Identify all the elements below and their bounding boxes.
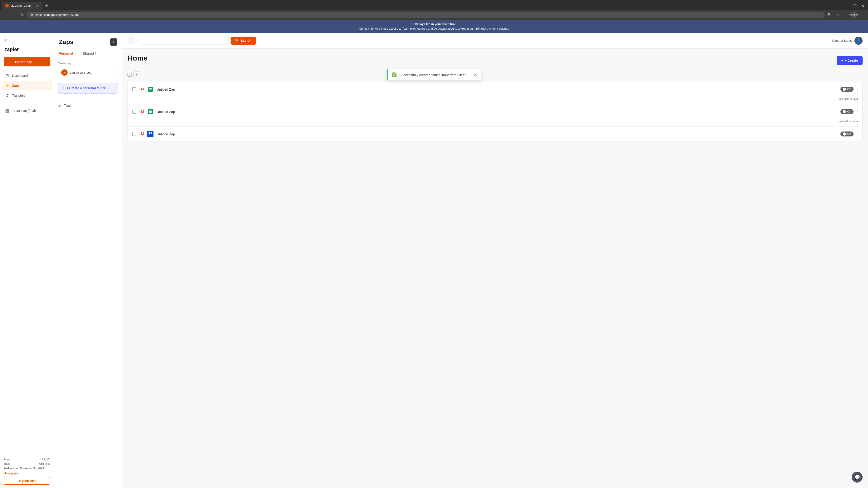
trash-item[interactable]: 🗑 Trash (54, 101, 122, 110)
transfers-label: Transfers (12, 94, 26, 97)
active-tab[interactable]: My Zaps | Zapier ✕ (2, 2, 42, 10)
create-btn-icon: + (841, 59, 843, 62)
manage-plan-link[interactable]: Manage plan (4, 472, 51, 475)
sidebar-close-btn[interactable]: ✕ (4, 37, 7, 43)
zap-card-2: M Untitled Zap Off › (127, 104, 863, 127)
zaps-count-value: Unlimited (39, 462, 51, 465)
search-input[interactable] (137, 37, 228, 44)
dashboard-label: Dashboard (12, 74, 28, 77)
create-folder-label: + Create a personal folder (66, 86, 105, 90)
owned-by-label: Owned by (54, 58, 122, 67)
zap-expand-btn-3[interactable]: › (857, 132, 858, 136)
zap-card-1: M Untitled Zap Off › (127, 82, 863, 104)
back-btn[interactable]: ← (3, 11, 9, 18)
toggle-2[interactable]: Off (840, 109, 853, 114)
support-chat-btn[interactable]: 💬 (852, 472, 863, 483)
user-avatar: LD (61, 69, 68, 76)
sidebar-footer: Tasks 0 / 1,000 Zaps Unlimited Trial end… (0, 455, 54, 487)
zaps-stat-row: Zaps Unlimited (4, 462, 51, 465)
reload-btn[interactable]: ↻ (19, 11, 25, 18)
sidebar-item-transfers[interactable]: ↺ Transfers (2, 91, 52, 100)
create-folder-btn[interactable]: + + Create a personal folder (58, 83, 118, 94)
create-zap-btn[interactable]: + + Create Zap (4, 57, 51, 66)
zap-expand-btn-2[interactable]: › (857, 109, 858, 113)
toast-message: Successfully created folder "Important F… (399, 73, 466, 77)
search-btn[interactable]: 🔍 Search (230, 37, 256, 45)
incognito-indicator[interactable]: Incognito (851, 11, 857, 18)
incognito-label: Incognito (849, 13, 859, 16)
last-edit-1: Last edit: 1d ago (128, 96, 862, 104)
zap-checkbox-1[interactable] (132, 87, 136, 91)
tasks-value: 0 / 1,000 (40, 458, 51, 461)
app-body: ✅ Successfully created folder "Important… (0, 33, 868, 488)
breadcrumb-chevron-btn[interactable]: › (127, 37, 135, 44)
zap-row-3: M Untitled Zap Off › (128, 127, 862, 141)
new-tab-btn[interactable]: + (43, 2, 50, 9)
trash-icon: 🗑 (59, 104, 62, 107)
svg-text:zapier: zapier (4, 46, 19, 52)
trello-icon-3 (147, 131, 153, 137)
user-selector[interactable]: LD Lauren Deli (you) (58, 67, 118, 78)
zap-checkbox-3[interactable] (132, 132, 136, 136)
content-area: Home + + Create ▾ (122, 48, 868, 488)
select-all-checkbox[interactable] (127, 73, 131, 77)
svg-rect-9 (149, 132, 150, 135)
create-btn[interactable]: + + Create (837, 56, 863, 65)
sidebar-divider (4, 103, 51, 103)
trial-end-text: Trial ends on November 30, 2023 (4, 467, 51, 470)
toggle-circle-1 (843, 88, 846, 91)
topbar-left: › 🔍 Search (127, 37, 256, 45)
sidebar-item-zaps[interactable]: ⚡ Zaps (2, 81, 52, 90)
close-btn[interactable]: ✕ (859, 3, 866, 9)
restore-btn[interactable]: ❐ (851, 3, 859, 9)
panel-title: Zaps (59, 38, 73, 46)
toggle-circle-3 (843, 132, 846, 135)
user-menu-btn[interactable]: 👤 (855, 37, 863, 45)
url-text: zapier.com/app/zaps#hl=1902481 (35, 13, 80, 17)
trial-days-text: 13 days left in your Team trial (414, 22, 456, 26)
svg-rect-8 (149, 112, 152, 113)
shared-info-icon: ℹ (95, 52, 96, 55)
toggle-3[interactable]: Off (840, 131, 853, 136)
zaps-label: Zaps (12, 84, 20, 88)
toggle-1[interactable]: Off (840, 87, 853, 92)
tasks-stat-row: Tasks 0 / 1,000 (4, 458, 51, 461)
panel-header: Zaps + (54, 33, 122, 49)
topbar-right: Contact Sales 👤 (832, 37, 863, 45)
last-edit-2: Last edit: 1d ago (128, 119, 862, 127)
zaps-icon: ⚡ (4, 83, 9, 88)
sidebar-item-dashboard[interactable]: ⊞ Dashboard (2, 71, 52, 80)
gmail-icon-3: M (140, 131, 146, 137)
address-bar[interactable]: 🔒 zapier.com/app/zaps#hl=1902481 (27, 12, 825, 18)
toggle-label-2: Off (847, 110, 851, 113)
search-page-btn[interactable]: 🔍 (827, 11, 833, 18)
minimize-btn[interactable]: − (844, 3, 851, 9)
zap-row-1: M Untitled Zap Off › (128, 82, 862, 96)
create-zap-label: + Create Zap (12, 60, 32, 64)
create-zap-icon: + (8, 60, 10, 64)
add-folder-btn[interactable]: + (110, 38, 117, 46)
browser-tabs: My Zaps | Zapier ✕ + − ❐ ✕ (0, 0, 868, 10)
zap-icons-2: M (140, 108, 153, 115)
profile-switcher-btn[interactable]: ⊡ (843, 11, 849, 18)
tab-title: My Zaps | Zapier (10, 4, 32, 7)
bookmark-btn[interactable]: ☆ (835, 11, 841, 18)
middle-panel: Zaps + Personal ℹ Shared ℹ Owned by LD L… (54, 33, 122, 488)
tab-shared[interactable]: Shared ℹ (82, 49, 97, 58)
tab-close-btn[interactable]: ✕ (36, 4, 39, 8)
upgrade-plan-btn[interactable]: Upgrade plan (4, 477, 51, 485)
tab-personal[interactable]: Personal ℹ (58, 49, 76, 58)
browser-chrome: My Zaps | Zapier ✕ + − ❐ ✕ ← → ↻ 🔒 zapie… (0, 0, 868, 20)
trial-edit-link[interactable]: Edit trial payment settings (475, 27, 509, 30)
forward-btn[interactable]: → (11, 11, 17, 18)
sort-dropdown-btn[interactable]: ▾ (133, 71, 140, 78)
zap-checkbox-2[interactable] (132, 109, 136, 113)
success-toast: ✅ Successfully created folder "Important… (387, 69, 481, 80)
sidebar-item-team-plan[interactable]: ▦ Team plan (Trial) (2, 106, 52, 116)
toast-close-btn[interactable]: ✕ (474, 72, 477, 77)
more-btn[interactable]: ⋮ (859, 11, 865, 18)
lock-icon: 🔒 (30, 13, 34, 16)
zap-expand-btn-1[interactable]: › (857, 87, 858, 91)
svg-rect-4 (149, 90, 152, 90)
contact-sales-btn[interactable]: Contact Sales (832, 39, 852, 42)
